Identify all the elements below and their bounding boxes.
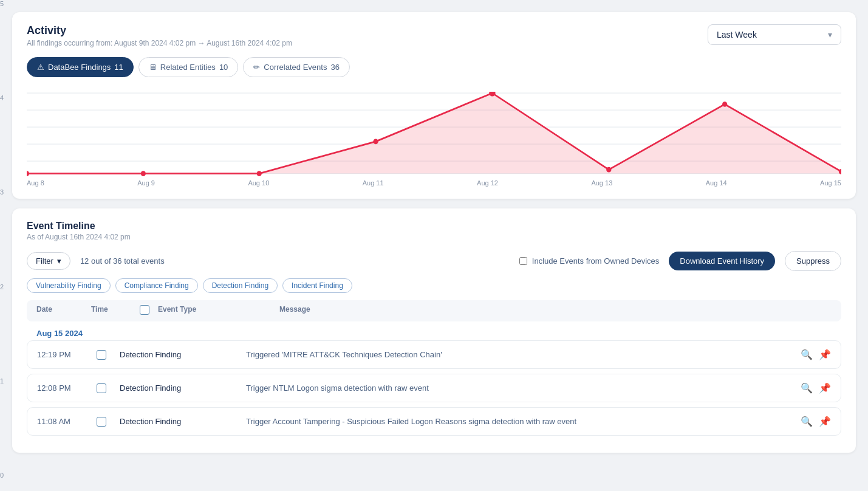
chart-svg [27, 92, 841, 177]
event-actions-1: 🔍 📌 [782, 349, 831, 360]
event-type-1: Detection Finding [120, 350, 241, 359]
tab-databee-findings[interactable]: ⚠ DataBee Findings 11 [27, 57, 134, 77]
tab-databee-label: DataBee Findings [48, 63, 111, 72]
edit-icon: ✏ [253, 63, 260, 72]
search-icon-2[interactable]: 🔍 [801, 382, 813, 394]
activity-header: Activity All findings occurring from: Au… [27, 24, 841, 47]
activity-title-group: Activity All findings occurring from: Au… [27, 24, 292, 47]
date-label-row-1: Aug 15 2024 [27, 326, 841, 340]
activity-card: Activity All findings occurring from: Au… [12, 12, 856, 199]
tab-related-label: Related Entities [160, 63, 216, 72]
chart-point [27, 171, 29, 176]
event-message-2: Trigger NTLM Logon sigma detection with … [246, 383, 777, 393]
tab-related-count: 10 [219, 63, 228, 72]
tab-correlated-events[interactable]: ✏ Correlated Events 36 [243, 57, 350, 77]
chevron-down-icon: ▾ [828, 30, 832, 39]
event-rows: Aug 15 2024 12:19 PM Detection Finding T… [27, 326, 841, 441]
event-timeline-card: Event Timeline As of August 16th 2024 4:… [12, 208, 856, 453]
pin-icon-1[interactable]: 📌 [819, 349, 831, 360]
col-message: Message [279, 305, 783, 317]
timeline-controls: Filter ▾ 12 out of 36 total events Inclu… [27, 251, 841, 271]
chart-area-fill [27, 93, 841, 173]
col-checkbox-header [140, 305, 158, 317]
search-icon-3[interactable]: 🔍 [801, 416, 813, 427]
timeline-title: Event Timeline [27, 221, 841, 232]
activity-chart [27, 92, 841, 177]
include-owned-label[interactable]: Include Events from Owned Devices [519, 256, 660, 266]
event-type-3: Detection Finding [120, 417, 241, 426]
date-range-select[interactable]: Last Week ▾ [708, 24, 841, 45]
suppress-button[interactable]: Suppress [785, 251, 841, 271]
filter-tags: Vulnerability Finding Compliance Finding… [27, 278, 841, 293]
tab-correlated-label: Correlated Events [264, 63, 327, 72]
warning-icon: ⚠ [37, 63, 44, 72]
date-range-label: Last Week [717, 30, 757, 39]
event-row-1: 12:19 PM Detection Finding Triggered 'MI… [27, 340, 841, 369]
chart-point [257, 171, 262, 176]
event-checkbox-3[interactable] [97, 417, 106, 427]
event-checkbox-1[interactable] [97, 350, 106, 360]
event-date-1: Aug 15 2024 [36, 329, 83, 338]
events-count: 12 out of 36 total events [80, 256, 510, 266]
chart-x-axis: Aug 8 Aug 9 Aug 10 Aug 11 Aug 12 Aug 13 … [27, 179, 841, 187]
chart-point [722, 101, 727, 107]
tab-databee-count: 11 [114, 63, 123, 72]
activity-title: Activity [27, 24, 292, 37]
event-time-2: 12:08 PM [37, 383, 92, 393]
event-row-2: 12:08 PM Detection Finding Trigger NTLM … [27, 374, 841, 402]
chart-point [141, 171, 146, 176]
tab-correlated-count: 36 [330, 63, 339, 72]
table-header: Date Time Event Type Message [27, 300, 841, 321]
pin-icon-3[interactable]: 📌 [819, 416, 831, 427]
filter-chevron-icon: ▾ [57, 256, 61, 266]
filter-tag-detection[interactable]: Detection Finding [203, 278, 278, 293]
tab-related-entities[interactable]: 🖥 Related Entities 10 [138, 57, 239, 77]
col-time: Time [91, 305, 140, 317]
filter-tag-incident[interactable]: Incident Finding [282, 278, 352, 293]
col-actions [783, 305, 832, 317]
filter-tag-vulnerability[interactable]: Vulnerability Finding [27, 278, 111, 293]
download-event-history-button[interactable]: Download Event History [669, 252, 775, 270]
include-owned-checkbox[interactable] [519, 257, 527, 265]
chart-y-axis: 0 1 2 3 4 5 [0, 0, 12, 465]
event-actions-2: 🔍 📌 [782, 382, 831, 394]
filter-button[interactable]: Filter ▾ [27, 252, 70, 270]
event-time-3: 11:08 AM [37, 417, 92, 426]
event-message-1: Triggered 'MITRE ATT&CK Techniques Detec… [246, 350, 777, 359]
col-event-type: Event Type [158, 305, 279, 317]
timeline-subtitle: As of August 16th 2024 4:02 pm [27, 233, 841, 241]
pin-icon-2[interactable]: 📌 [819, 382, 831, 394]
col-date: Date [36, 305, 91, 317]
event-checkbox-2[interactable] [97, 383, 106, 393]
chart-point [373, 139, 378, 145]
filter-tag-compliance[interactable]: Compliance Finding [115, 278, 198, 293]
event-row-3: 11:08 AM Detection Finding Trigger Accou… [27, 407, 841, 436]
event-message-3: Trigger Account Tampering - Suspicious F… [246, 417, 777, 426]
event-actions-3: 🔍 📌 [782, 416, 831, 427]
event-time-1: 12:19 PM [37, 350, 92, 359]
monitor-icon: 🖥 [149, 63, 157, 72]
filter-label: Filter [36, 256, 53, 266]
activity-subtitle: All findings occurring from: August 9th … [27, 39, 292, 47]
select-all-checkbox[interactable] [140, 305, 149, 315]
event-type-2: Detection Finding [120, 383, 241, 393]
activity-tabs: ⚠ DataBee Findings 11 🖥 Related Entities… [27, 57, 841, 77]
chart-point [606, 167, 611, 173]
search-icon-1[interactable]: 🔍 [801, 349, 813, 360]
